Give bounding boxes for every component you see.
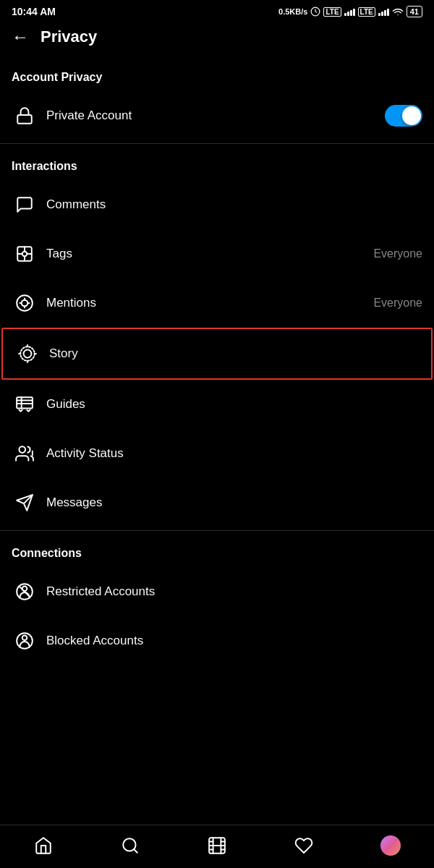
status-icons: 0.5KB/s LTE LTE 41 (278, 6, 422, 17)
private-account-label: Private Account (46, 109, 385, 123)
restricted-accounts-label: Restricted Accounts (46, 584, 422, 599)
svg-line-27 (134, 849, 137, 853)
guides-icon (12, 391, 38, 417)
activity-icon (12, 441, 38, 467)
tags-row[interactable]: Tags Everyone (0, 229, 434, 278)
battery-indicator: 41 (407, 6, 422, 17)
nav-search[interactable] (112, 827, 148, 864)
home-icon (34, 836, 53, 855)
status-time: 10:44 AM (12, 6, 56, 17)
lte-badge-2: LTE (358, 7, 375, 17)
restricted-accounts-row[interactable]: Restricted Accounts (0, 567, 434, 616)
heart-icon (294, 836, 313, 855)
main-content: Account Privacy Private Account Interact… (0, 58, 434, 716)
signal-bars-2 (378, 7, 389, 16)
svg-point-23 (22, 586, 27, 591)
guides-label: Guides (46, 397, 422, 412)
reels-icon (208, 836, 226, 855)
messages-label: Messages (46, 495, 422, 510)
svg-rect-1 (17, 115, 32, 124)
private-account-toggle[interactable] (385, 105, 422, 127)
page-header: ← Privacy (0, 20, 434, 58)
status-bar: 10:44 AM 0.5KB/s LTE LTE 41 (0, 0, 434, 20)
tags-label: Tags (46, 247, 373, 261)
back-button[interactable]: ← (12, 28, 29, 46)
nav-home[interactable] (25, 827, 61, 864)
divider-1 (0, 143, 434, 144)
story-label: Story (49, 346, 420, 361)
section-label-interactions: Interactions (0, 147, 434, 180)
bottom-nav (0, 825, 434, 868)
blocked-accounts-label: Blocked Accounts (46, 634, 422, 648)
comment-icon (12, 192, 38, 218)
messages-row[interactable]: Messages (0, 478, 434, 527)
divider-2 (0, 530, 434, 531)
nav-profile[interactable] (373, 827, 409, 864)
svg-rect-16 (17, 397, 33, 408)
wifi-icon (392, 7, 404, 17)
story-row[interactable]: Story (1, 328, 433, 380)
mentions-value: Everyone (373, 297, 422, 310)
nav-reels[interactable] (199, 827, 235, 864)
svg-point-8 (22, 300, 28, 307)
story-icon (14, 341, 41, 367)
blocked-icon (12, 628, 38, 654)
restricted-icon (12, 579, 38, 605)
messages-icon (12, 490, 38, 516)
svg-point-11 (24, 350, 32, 358)
section-label-connections: Connections (0, 534, 434, 567)
signal-bars-1 (344, 7, 355, 16)
network-speed: 0.5KB/s (278, 7, 307, 16)
comments-row[interactable]: Comments (0, 180, 434, 229)
svg-point-10 (20, 346, 35, 361)
tag-icon (12, 241, 38, 267)
mentions-label: Mentions (46, 296, 373, 310)
mention-icon (12, 290, 38, 316)
activity-status-label: Activity Status (46, 446, 422, 461)
search-icon (121, 836, 140, 855)
activity-status-row[interactable]: Activity Status (0, 429, 434, 478)
lock-icon (12, 103, 38, 129)
svg-point-17 (19, 446, 25, 453)
clock-icon (310, 7, 320, 17)
svg-point-25 (22, 635, 27, 640)
lte-badge-1: LTE (323, 7, 341, 17)
svg-point-9 (17, 295, 33, 311)
private-account-row[interactable]: Private Account (0, 91, 434, 140)
tags-value: Everyone (373, 247, 422, 260)
section-label-account-privacy: Account Privacy (0, 58, 434, 91)
mentions-row[interactable]: Mentions Everyone (0, 278, 434, 328)
page-title: Privacy (41, 27, 97, 46)
comments-label: Comments (46, 197, 422, 212)
nav-activity[interactable] (286, 827, 322, 864)
blocked-accounts-row[interactable]: Blocked Accounts (0, 616, 434, 665)
avatar (380, 835, 401, 856)
guides-row[interactable]: Guides (0, 380, 434, 429)
